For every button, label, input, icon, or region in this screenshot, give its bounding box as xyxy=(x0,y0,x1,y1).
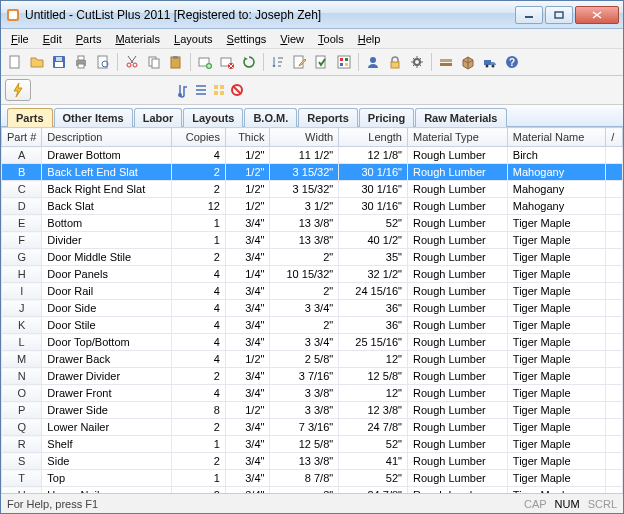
package-icon[interactable] xyxy=(458,52,478,72)
tab-layouts[interactable]: Layouts xyxy=(183,108,243,127)
tab-labor[interactable]: Labor xyxy=(134,108,183,127)
menu-parts[interactable]: Parts xyxy=(70,31,108,47)
table-row[interactable]: FDivider13/4"13 3/8"40 1/2"Rough LumberT… xyxy=(2,232,623,249)
toolbar-secondary xyxy=(1,76,623,105)
table-row[interactable]: TTop13/4"8 7/8"52"Rough LumberTiger Mapl… xyxy=(2,470,623,487)
table-row[interactable]: JDoor Side43/4"3 3/4"36"Rough LumberTige… xyxy=(2,300,623,317)
table-row[interactable]: ODrawer Front43/4"3 3/8"12"Rough LumberT… xyxy=(2,385,623,402)
svg-rect-1 xyxy=(9,11,17,19)
svg-rect-35 xyxy=(484,60,491,65)
svg-point-37 xyxy=(492,65,495,68)
remove-part-icon[interactable] xyxy=(217,52,237,72)
edit-icon[interactable] xyxy=(290,52,310,72)
check-icon[interactable] xyxy=(312,52,332,72)
cut-icon[interactable] xyxy=(122,52,142,72)
table-row[interactable]: CBack Right End Slat21/2"3 15/32"30 1/16… xyxy=(2,181,623,198)
user-icon[interactable] xyxy=(363,52,383,72)
statusbar: For Help, press F1 CAP NUM SCRL xyxy=(1,493,623,513)
app-icon xyxy=(5,7,21,23)
menu-materials[interactable]: Materials xyxy=(109,31,166,47)
col-header[interactable]: Material Name xyxy=(507,128,605,147)
help-icon[interactable]: ? xyxy=(502,52,522,72)
table-row[interactable]: KDoor Stile43/4"2"36"Rough LumberTiger M… xyxy=(2,317,623,334)
table-row[interactable]: RShelf13/4"12 5/8"52"Rough LumberTiger M… xyxy=(2,436,623,453)
col-header[interactable]: Material Type xyxy=(408,128,508,147)
col-header[interactable]: Copies xyxy=(172,128,226,147)
print-icon[interactable] xyxy=(71,52,91,72)
refresh-icon[interactable] xyxy=(239,52,259,72)
table-row[interactable]: PDrawer Side81/2"3 3/8"12 3/8"Rough Lumb… xyxy=(2,402,623,419)
table-row[interactable]: BBack Left End Slat21/2"3 15/32"30 1/16"… xyxy=(2,164,623,181)
parts-grid[interactable]: Part #DescriptionCopiesThickWidthLengthM… xyxy=(1,127,623,493)
table-row[interactable]: QLower Nailer23/4"7 3/16"24 7/8"Rough Lu… xyxy=(2,419,623,436)
materials-icon[interactable] xyxy=(436,52,456,72)
svg-rect-43 xyxy=(214,91,218,95)
menu-edit[interactable]: Edit xyxy=(37,31,68,47)
tab-reports[interactable]: Reports xyxy=(298,108,358,127)
status-scrl: SCRL xyxy=(588,498,617,510)
table-row[interactable]: GDoor Middle Stile23/4"2"35"Rough Lumber… xyxy=(2,249,623,266)
maximize-button[interactable] xyxy=(545,6,573,24)
svg-rect-6 xyxy=(55,62,63,67)
titlebar: Untitled - CutList Plus 2011 [Registered… xyxy=(1,1,623,29)
new-icon[interactable] xyxy=(5,52,25,72)
menu-tools[interactable]: Tools xyxy=(312,31,350,47)
svg-rect-3 xyxy=(555,12,563,18)
col-header[interactable]: Length xyxy=(339,128,408,147)
svg-text:?: ? xyxy=(509,57,515,68)
copy-icon[interactable] xyxy=(144,52,164,72)
add-part-icon[interactable] xyxy=(195,52,215,72)
table-row[interactable]: EBottom13/4"13 3/8"52"Rough LumberTiger … xyxy=(2,215,623,232)
lightning-button[interactable] xyxy=(5,79,31,101)
svg-rect-28 xyxy=(340,63,343,66)
gear-icon[interactable] xyxy=(407,52,427,72)
table-row[interactable]: IDoor Rail43/4"2"24 15/16"Rough LumberTi… xyxy=(2,283,623,300)
preview-icon[interactable] xyxy=(93,52,113,72)
tabstrip: PartsOther ItemsLaborLayoutsB.O.M.Report… xyxy=(1,105,623,127)
menu-layouts[interactable]: Layouts xyxy=(168,31,219,47)
table-row[interactable]: MDrawer Back41/2"2 5/8"12"Rough LumberTi… xyxy=(2,351,623,368)
color-icon[interactable] xyxy=(334,52,354,72)
col-header[interactable]: Width xyxy=(270,128,339,147)
col-header[interactable]: Thick xyxy=(225,128,269,147)
truck-icon[interactable] xyxy=(480,52,500,72)
svg-rect-18 xyxy=(173,56,178,59)
table-row[interactable]: ADrawer Bottom41/2"11 1/2"12 1/8"Rough L… xyxy=(2,147,623,164)
svg-rect-10 xyxy=(78,64,84,68)
tab-rawmaterials[interactable]: Raw Materials xyxy=(415,108,506,127)
window-title: Untitled - CutList Plus 2011 [Registered… xyxy=(25,8,515,22)
svg-rect-34 xyxy=(440,63,452,66)
tab-bom[interactable]: B.O.M. xyxy=(244,108,297,127)
col-header[interactable]: Description xyxy=(42,128,172,147)
svg-point-36 xyxy=(486,65,489,68)
col-header[interactable]: / xyxy=(606,128,623,147)
table-row[interactable]: LDoor Top/Bottom43/4"3 3/4"25 15/16"Roug… xyxy=(2,334,623,351)
paste-icon[interactable] xyxy=(166,52,186,72)
col-header[interactable]: Part # xyxy=(2,128,42,147)
forbid-icon[interactable] xyxy=(229,82,245,98)
table-row[interactable]: SSide23/4"13 3/8"41"Rough LumberTiger Ma… xyxy=(2,453,623,470)
svg-rect-42 xyxy=(220,85,224,89)
list-icon[interactable] xyxy=(193,82,209,98)
tab-otheritems[interactable]: Other Items xyxy=(54,108,133,127)
menu-help[interactable]: Help xyxy=(352,31,387,47)
svg-point-40 xyxy=(178,93,182,97)
open-icon[interactable] xyxy=(27,52,47,72)
tab-parts[interactable]: Parts xyxy=(7,108,53,127)
svg-point-30 xyxy=(370,57,376,63)
table-row[interactable]: NDrawer Divider23/4"3 7/16"12 5/8"Rough … xyxy=(2,368,623,385)
tab-pricing[interactable]: Pricing xyxy=(359,108,414,127)
sort-icon[interactable] xyxy=(268,52,288,72)
menu-settings[interactable]: Settings xyxy=(221,31,273,47)
close-button[interactable] xyxy=(575,6,619,24)
menu-file[interactable]: File xyxy=(5,31,35,47)
table-row[interactable]: DBack Slat121/2"3 1/2"30 1/16"Rough Lumb… xyxy=(2,198,623,215)
minimize-button[interactable] xyxy=(515,6,543,24)
svg-rect-29 xyxy=(345,63,348,66)
note-icon[interactable] xyxy=(175,82,191,98)
save-icon[interactable] xyxy=(49,52,69,72)
table-row[interactable]: HDoor Panels41/4"10 15/32"32 1/2"Rough L… xyxy=(2,266,623,283)
lock-icon[interactable] xyxy=(385,52,405,72)
grid-icon[interactable] xyxy=(211,82,227,98)
menu-view[interactable]: View xyxy=(274,31,310,47)
